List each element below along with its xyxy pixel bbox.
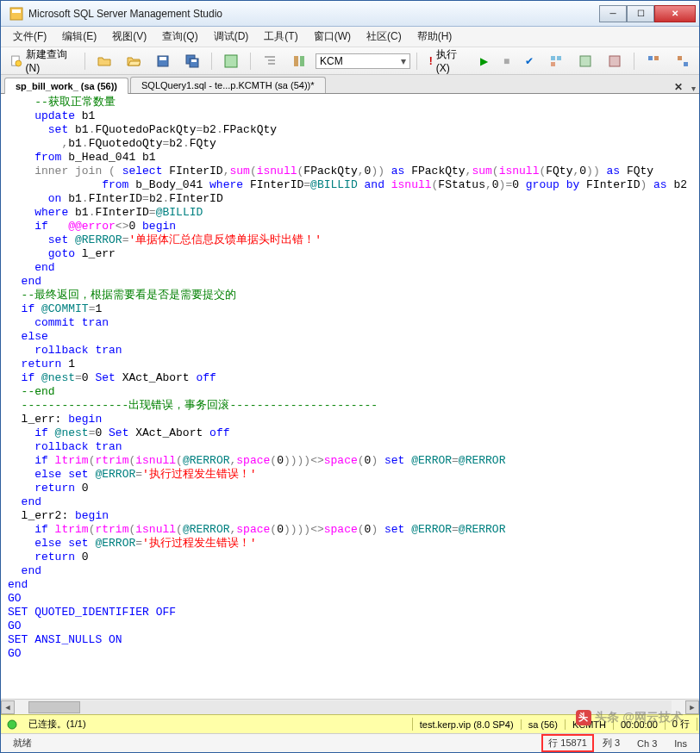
results-text-button[interactable] — [670, 52, 696, 71]
open-button-2[interactable] — [121, 52, 147, 71]
check-icon: ✔ — [525, 55, 534, 67]
parse-button[interactable]: ✔ — [519, 53, 540, 70]
svg-rect-20 — [648, 56, 653, 60]
svg-rect-19 — [609, 56, 620, 66]
svg-rect-14 — [300, 56, 304, 66]
execute-button[interactable]: ! 执行(X) — [423, 45, 471, 77]
svg-rect-8 — [191, 59, 197, 62]
login-name: sa (56) — [522, 719, 566, 730]
stop-button[interactable]: ■ — [497, 53, 516, 70]
svg-rect-18 — [580, 56, 591, 66]
separator — [634, 53, 634, 70]
indent-icon — [263, 54, 277, 68]
options-button-2[interactable] — [572, 52, 598, 71]
svg-rect-9 — [225, 55, 237, 67]
line-number: 行 15871 — [541, 734, 594, 752]
options-button-3[interactable] — [602, 52, 628, 71]
menu-help[interactable]: 帮助(H) — [410, 28, 459, 46]
tab-2[interactable]: SQLQuery1.sql - te...p.KCMTH (sa (54))* — [130, 77, 326, 93]
activity-button[interactable] — [218, 52, 244, 71]
svg-rect-5 — [159, 57, 166, 60]
window-title: Microsoft SQL Server Management Studio — [28, 8, 599, 20]
execute-icon: ! — [429, 55, 433, 67]
column-number: 列 3 — [594, 737, 628, 750]
close-button[interactable]: ✕ — [654, 5, 696, 22]
save-all-icon — [185, 54, 199, 68]
scroll-thumb[interactable] — [28, 701, 80, 713]
results-grid-button[interactable] — [641, 52, 666, 71]
app-icon — [9, 7, 23, 21]
connection-status: 已连接。(1/1) — [22, 718, 413, 731]
registered-button[interactable] — [286, 52, 312, 71]
play-icon: ▶ — [480, 55, 488, 67]
svg-rect-1 — [12, 9, 21, 13]
servers-icon — [292, 54, 306, 68]
svg-point-3 — [16, 60, 22, 66]
editor-content[interactable]: --获取正常数量 update b1 set b1.FQuotedoPackQt… — [1, 94, 699, 699]
scroll-left-button[interactable]: ◄ — [1, 700, 15, 714]
separator — [84, 53, 85, 70]
save-icon — [156, 54, 170, 68]
svg-rect-15 — [551, 56, 555, 60]
menu-view[interactable]: 视图(V) — [105, 28, 153, 46]
tab-1[interactable]: sp_bill_work_ (sa (56)) — [4, 78, 128, 94]
folder-open-icon — [127, 54, 141, 68]
svg-point-24 — [8, 720, 16, 729]
window-controls: ─ ☐ ✕ — [599, 5, 696, 22]
plan-icon — [578, 54, 592, 68]
database-name: KCMTH — [566, 719, 614, 730]
menubar: 文件(F) 编辑(E) 视图(V) 查询(Q) 调试(D) 工具(T) 窗口(W… — [1, 27, 699, 47]
row-count: 0 行 — [666, 718, 697, 731]
options-button-1[interactable] — [543, 52, 569, 71]
close-tab-button[interactable]: ✕ — [671, 81, 686, 93]
results-grid-icon — [647, 54, 660, 68]
separator — [211, 53, 212, 70]
titlebar[interactable]: Microsoft SQL Server Management Studio ─… — [1, 1, 699, 27]
sql-editor[interactable]: --获取正常数量 update b1 set b1.FQuotedoPackQt… — [1, 94, 699, 714]
horizontal-scrollbar[interactable]: ◄ ► — [1, 699, 699, 714]
svg-rect-21 — [654, 56, 659, 60]
ready-status: 就绪 — [4, 737, 541, 750]
indent-button[interactable] — [257, 52, 283, 71]
tabbar: sp_bill_work_ (sa (56)) SQLQuery1.sql - … — [1, 75, 699, 94]
elapsed-time: 00:00:00 — [614, 719, 666, 730]
tab-dropdown[interactable]: ▾ — [691, 84, 696, 93]
connection-statusbar: 已连接。(1/1) test.kerp.vip (8.0 SP4) sa (56… — [1, 714, 699, 733]
svg-rect-23 — [684, 62, 688, 66]
svg-rect-17 — [551, 62, 555, 66]
menu-query[interactable]: 查询(Q) — [155, 28, 204, 46]
save-button[interactable] — [150, 52, 176, 71]
editor-statusbar: 就绪 行 15871 列 3 Ch 3 Ins — [1, 733, 699, 752]
folder-icon — [97, 54, 111, 68]
database-combo[interactable]: KCM — [316, 53, 410, 69]
scroll-right-button[interactable]: ► — [685, 700, 699, 714]
new-query-icon — [10, 54, 22, 68]
separator — [416, 53, 417, 70]
svg-rect-22 — [678, 56, 682, 60]
svg-rect-16 — [557, 56, 561, 60]
stats-icon — [608, 54, 622, 68]
activity-icon — [224, 54, 238, 68]
char-position: Ch 3 — [628, 738, 666, 749]
scroll-track[interactable] — [28, 700, 672, 714]
maximize-button[interactable]: ☐ — [627, 5, 654, 22]
menu-debug[interactable]: 调试(D) — [207, 28, 256, 46]
connected-icon — [6, 719, 18, 731]
main-window: Microsoft SQL Server Management Studio ─… — [0, 0, 700, 753]
save-all-button[interactable] — [179, 52, 205, 71]
menu-edit[interactable]: 编辑(E) — [55, 28, 103, 46]
server-name: test.kerp.vip (8.0 SP4) — [413, 719, 522, 730]
menu-tools[interactable]: 工具(T) — [257, 28, 304, 46]
debug-button[interactable]: ▶ — [474, 53, 494, 70]
results-text-icon — [676, 54, 690, 68]
menu-community[interactable]: 社区(C) — [359, 28, 409, 46]
new-query-label: 新建查询(N) — [26, 47, 73, 74]
menu-file[interactable]: 文件(F) — [6, 28, 53, 46]
minimize-button[interactable]: ─ — [599, 5, 627, 22]
menu-window[interactable]: 窗口(W) — [307, 28, 358, 46]
open-file-button[interactable] — [91, 52, 117, 71]
toolbar: 新建查询(N) KCM ! 执行(X) ▶ ■ ✔ — [1, 47, 699, 75]
separator — [250, 53, 251, 70]
execute-label: 执行(X) — [436, 47, 465, 74]
new-query-button[interactable]: 新建查询(N) — [4, 45, 78, 77]
